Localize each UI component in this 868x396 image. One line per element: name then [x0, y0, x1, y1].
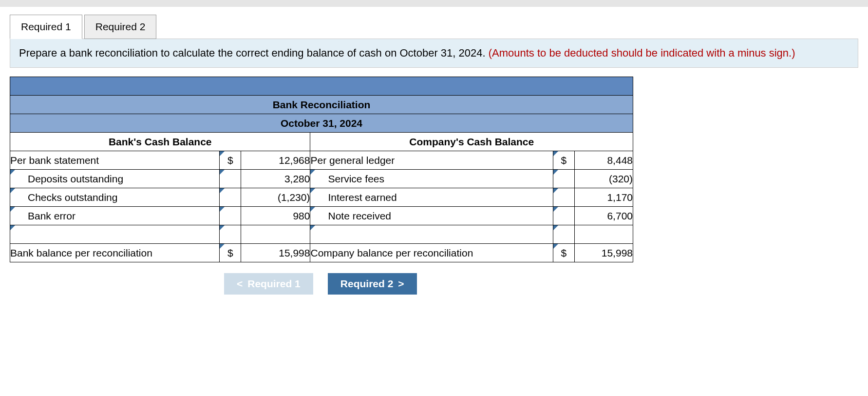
tab-row: Required 1 Required 2 [10, 15, 858, 39]
company-row3-label[interactable]: Note received [310, 207, 553, 225]
bank-row4-blank-dollar[interactable] [220, 225, 241, 244]
bank-total-dollar[interactable]: $ [220, 244, 241, 262]
company-row2-label[interactable]: Interest earned [310, 188, 553, 207]
bank-row1-label[interactable]: Deposits outstanding [10, 170, 220, 188]
bank-per-statement-label: Per bank statement [10, 151, 220, 170]
bank-row2-value[interactable]: (1,230) [241, 188, 310, 207]
chevron-left-icon: < [237, 278, 243, 290]
company-per-ledger-label: Per general ledger [310, 151, 553, 170]
tab-required-2[interactable]: Required 2 [84, 15, 157, 39]
top-gray-bar [0, 0, 868, 7]
bank-column-header: Bank's Cash Balance [10, 133, 310, 151]
company-row1-label[interactable]: Service fees [310, 170, 553, 188]
company-per-ledger-value[interactable]: 8,448 [574, 151, 633, 170]
company-row2-value[interactable]: 1,170 [574, 188, 633, 207]
bank-row4-blank-value[interactable] [241, 225, 310, 244]
company-row4-blank-dollar[interactable] [553, 225, 574, 244]
next-button-label: Required 2 [340, 278, 394, 290]
company-column-header: Company's Cash Balance [310, 133, 633, 151]
table-date: October 31, 2024 [10, 114, 633, 133]
prev-button-label: Required 1 [247, 278, 301, 290]
tab-required-1[interactable]: Required 1 [10, 15, 82, 39]
company-row3-dollar[interactable] [553, 207, 574, 225]
bank-row2-dollar[interactable] [220, 188, 241, 207]
bank-row1-value[interactable]: 3,280 [241, 170, 310, 188]
company-total-dollar[interactable]: $ [553, 244, 574, 262]
prev-button: < Required 1 [224, 273, 313, 295]
company-total-label: Company balance per reconciliation [310, 244, 553, 262]
instruction-red-text: (Amounts to be deducted should be indica… [489, 47, 795, 59]
header-spacer-row [10, 77, 633, 96]
bank-row1-dollar[interactable] [220, 170, 241, 188]
company-row4-blank-value[interactable] [574, 225, 633, 244]
bank-total-value[interactable]: 15,998 [241, 244, 310, 262]
table-title: Bank Reconciliation [10, 96, 633, 114]
main-content: Required 1 Required 2 Prepare a bank rec… [0, 7, 868, 309]
company-row3-value[interactable]: 6,700 [574, 207, 633, 225]
instruction-text: Prepare a bank reconciliation to calcula… [19, 47, 489, 59]
company-row1-dollar[interactable] [553, 170, 574, 188]
next-button[interactable]: Required 2 > [328, 273, 417, 295]
bank-row2-label[interactable]: Checks outstanding [10, 188, 220, 207]
company-row1-value[interactable]: (320) [574, 170, 633, 188]
reconciliation-table: Bank Reconciliation October 31, 2024 Ban… [10, 77, 633, 262]
company-per-ledger-dollar[interactable]: $ [553, 151, 574, 170]
nav-button-row: < Required 1 Required 2 > [224, 273, 858, 295]
bank-row4-blank-label[interactable] [10, 225, 220, 244]
company-total-value[interactable]: 15,998 [574, 244, 633, 262]
company-row4-blank-label[interactable] [310, 225, 553, 244]
bank-row3-label[interactable]: Bank error [10, 207, 220, 225]
bank-row3-value[interactable]: 980 [241, 207, 310, 225]
bank-total-label: Bank balance per reconciliation [10, 244, 220, 262]
chevron-right-icon: > [398, 278, 404, 290]
bank-row3-dollar[interactable] [220, 207, 241, 225]
instruction-box: Prepare a bank reconciliation to calcula… [10, 39, 858, 68]
company-row2-dollar[interactable] [553, 188, 574, 207]
bank-per-statement-value[interactable]: 12,968 [241, 151, 310, 170]
bank-per-statement-dollar[interactable]: $ [220, 151, 241, 170]
